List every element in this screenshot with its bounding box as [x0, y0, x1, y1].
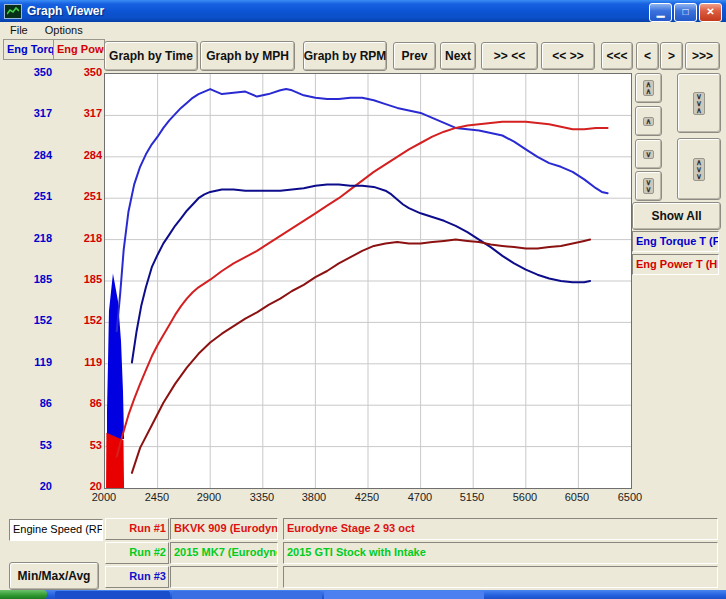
y-axis-tick: 86 [70, 397, 102, 409]
curve-3-run-2-eng-power-hp- [132, 240, 590, 473]
y-axis-tick: 251 [20, 190, 52, 202]
run3-desc [284, 567, 717, 570]
run2-label: Run #2 [106, 543, 168, 558]
curve-2-run-2-eng-torque-ft-lbs- [132, 184, 590, 362]
y-axis-tick: 317 [20, 107, 52, 119]
graph-by-mph-button[interactable]: Graph by MPH [200, 41, 295, 71]
torque-axis-labels: 350317284251218185152119865320 [20, 0, 52, 590]
app-window: Graph Viewer ▁ □ ✕ File Options Eng Torq… [0, 0, 726, 590]
y-axis-tick: 119 [20, 356, 52, 368]
taskbar [0, 590, 726, 599]
x-channel-field[interactable]: Engine Speed (RPM [9, 519, 103, 541]
y-axis-tick: 53 [20, 439, 52, 451]
plot-area[interactable] [104, 73, 632, 489]
maximize-button[interactable]: □ [674, 3, 697, 22]
title-bar[interactable]: Graph Viewer ▁ □ ✕ [0, 0, 726, 22]
chevron-down-double-icon: ∨ ∨ [643, 178, 655, 194]
run3-button[interactable]: Run #3 [105, 566, 169, 588]
scroll-far-right-button[interactable]: >>> [685, 42, 720, 70]
taskbar-item[interactable] [55, 591, 170, 599]
y-axis-tick: 350 [20, 66, 52, 78]
x-axis-tick: 5150 [450, 491, 494, 503]
run2-desc-field[interactable]: 2015 GTI Stock with Intake [283, 542, 718, 564]
spin-up-button[interactable]: ∧ [635, 106, 662, 136]
start-button[interactable] [0, 590, 47, 599]
expand-vertical-icon: ∧ ∨ ∨ [693, 158, 705, 181]
run1-file-field[interactable]: BKVK 909 (Eurodyne, I [170, 518, 278, 540]
x-axis-tick: 2000 [82, 491, 126, 503]
y-compress-button[interactable]: ∨ ∨ ∧ [677, 73, 721, 133]
x-channel-label: Engine Speed (RPM [10, 520, 102, 535]
run1-desc-field[interactable]: Eurodyne Stage 2 93 oct [283, 518, 718, 540]
show-all-button[interactable]: Show All [632, 202, 721, 230]
run1-torque-start-band [107, 273, 124, 439]
compress-x-button[interactable]: >> << [481, 42, 538, 70]
legend-torque[interactable]: Eng Torque T (Ft-L [632, 231, 719, 252]
close-button[interactable]: ✕ [699, 3, 722, 22]
y-axis-tick: 218 [70, 232, 102, 244]
run2-file-field[interactable]: 2015 MK7 (Eurodyne, E [170, 542, 278, 564]
y-axis-tick: 350 [70, 66, 102, 78]
run2-button[interactable]: Run #2 [105, 542, 169, 564]
legend-torque-label: Eng Torque T (Ft-L [633, 232, 718, 247]
y-axis-tick: 119 [70, 356, 102, 368]
scroll-far-left-button[interactable]: <<< [601, 42, 633, 70]
scroll-right-button[interactable]: > [660, 42, 683, 70]
x-axis-tick: 4250 [345, 491, 389, 503]
spin-down-button[interactable]: ∨ [635, 139, 662, 169]
y-axis-tick: 53 [70, 439, 102, 451]
x-axis-tick: 2450 [135, 491, 179, 503]
y-expand-button[interactable]: ∧ ∨ ∨ [677, 138, 721, 200]
chevron-down-icon: ∨ [643, 150, 655, 159]
run2-desc: 2015 GTI Stock with Intake [284, 543, 717, 558]
compress-vertical-icon: ∨ ∨ ∧ [693, 92, 705, 115]
run1-file: BKVK 909 (Eurodyne, I [171, 519, 277, 534]
y-axis-tick: 185 [20, 273, 52, 285]
run3-desc-field[interactable] [283, 566, 718, 588]
run1-button[interactable]: Run #1 [105, 518, 169, 540]
legend-power[interactable]: Eng Power T (HP) [632, 254, 719, 275]
run3-file-field[interactable] [170, 566, 278, 588]
min-max-avg-button[interactable]: Min/Max/Avg [9, 562, 99, 590]
x-axis-tick: 2900 [187, 491, 231, 503]
spin-up-double-button[interactable]: ∧ ∧ [635, 73, 662, 103]
run3-file [171, 567, 277, 570]
taskbar-item[interactable] [172, 591, 322, 599]
run3-label: Run #3 [106, 567, 168, 582]
y-axis-tick: 251 [70, 190, 102, 202]
graph-by-rpm-button[interactable]: Graph by RPM [303, 41, 387, 71]
curve-1-run-1-eng-power-hp- [117, 122, 608, 457]
prev-button[interactable]: Prev [393, 42, 436, 70]
y-axis-tick: 284 [70, 149, 102, 161]
menu-bar: File Options [3, 22, 723, 39]
run1-label: Run #1 [106, 519, 168, 534]
y-axis-tick: 284 [20, 149, 52, 161]
y-axis-tick: 317 [70, 107, 102, 119]
legend-power-label: Eng Power T (HP) [633, 255, 718, 270]
next-button[interactable]: Next [440, 42, 476, 70]
y-axis-tick: 20 [20, 480, 52, 492]
y-axis-tick: 185 [70, 273, 102, 285]
graph-by-time-button[interactable]: Graph by Time [104, 41, 198, 71]
x-axis-tick: 3350 [240, 491, 284, 503]
minimize-button[interactable]: ▁ [649, 3, 672, 22]
x-axis-tick: 6050 [555, 491, 599, 503]
x-axis-tick: 6500 [608, 491, 652, 503]
dyno-chart [105, 74, 631, 488]
chevron-up-double-icon: ∧ ∧ [643, 80, 655, 96]
y-axis-tick: 152 [70, 314, 102, 326]
expand-x-button[interactable]: << >> [541, 42, 595, 70]
run2-file: 2015 MK7 (Eurodyne, E [171, 543, 277, 558]
x-axis-tick: 5600 [503, 491, 547, 503]
y-axis-tick: 152 [20, 314, 52, 326]
scroll-left-button[interactable]: < [636, 42, 659, 70]
run1-desc: Eurodyne Stage 2 93 oct [284, 519, 717, 534]
taskbar-item[interactable] [324, 591, 484, 599]
x-axis-tick: 3800 [292, 491, 336, 503]
y-axis-tick: 86 [20, 397, 52, 409]
y-axis-tick: 218 [20, 232, 52, 244]
x-axis-tick: 4700 [398, 491, 442, 503]
chevron-up-icon: ∧ [643, 117, 655, 126]
spin-down-double-button[interactable]: ∨ ∨ [635, 171, 662, 201]
